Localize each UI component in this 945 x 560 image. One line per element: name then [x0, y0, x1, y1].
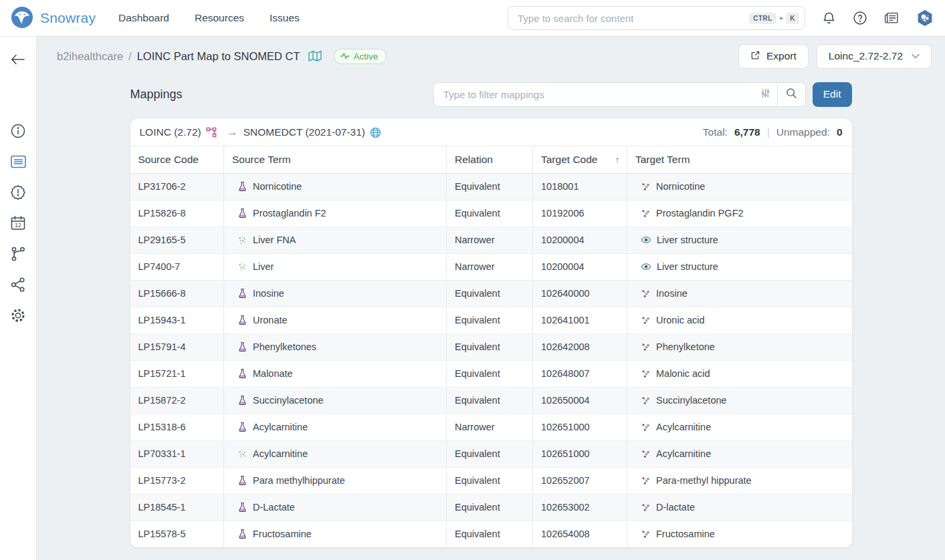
flask-icon: [237, 529, 247, 539]
nav-link-resources[interactable]: Resources: [195, 12, 244, 24]
info-icon: [10, 123, 26, 141]
notifications-bell-icon[interactable]: [822, 11, 836, 25]
table-row[interactable]: LP29165-5 Liver FNA Narrower 10200004 Li…: [130, 227, 852, 253]
molecule-icon: [641, 369, 651, 379]
total-value: 6,778: [734, 126, 760, 138]
col-target-term[interactable]: Target Term: [627, 146, 852, 173]
target-term-cell: Fructosamine: [627, 521, 852, 547]
chevron-down-icon: [912, 53, 920, 59]
target-term-cell: Succinylacetone: [627, 387, 852, 414]
export-button[interactable]: Export: [738, 44, 809, 69]
target-term-cell: Phenylketone: [627, 333, 852, 360]
breadcrumb-parent[interactable]: b2ihealthcare: [57, 50, 123, 63]
table-row[interactable]: LP31706-2 Nornicotine Equivalent 1018001…: [130, 173, 852, 200]
global-search-input[interactable]: [518, 13, 749, 24]
scatter-icon: [237, 449, 247, 459]
mappings-table: Source Code Source Term Relation Target …: [130, 146, 852, 547]
table-row[interactable]: LP7400-7 Liver Narrower 10200004 Liver s…: [130, 253, 852, 280]
relation-cell: Equivalent: [447, 307, 533, 333]
target-code-cell: 10200004: [533, 253, 627, 280]
table-row[interactable]: LP15578-5 Fructosamine Equivalent 102654…: [130, 521, 852, 547]
kbd-k: K: [786, 13, 799, 24]
table-row[interactable]: LP15943-1 Uronate Equivalent 102641001 U…: [130, 307, 852, 333]
map-icon[interactable]: [308, 50, 322, 62]
molecule-icon: [641, 422, 651, 432]
flask-icon: [237, 181, 247, 192]
hierarchy-icon: [206, 127, 217, 138]
target-term-cell: Malonic acid: [627, 360, 852, 387]
scatter-icon: [237, 262, 247, 272]
eye-icon: [641, 262, 651, 271]
source-code-cell: LP15578-5: [130, 521, 224, 547]
relation-cell: Equivalent: [447, 173, 533, 200]
primary-nav: Dashboard Resources Issues: [118, 12, 300, 24]
target-code-cell: 102651000: [533, 414, 627, 440]
col-source-code[interactable]: Source Code: [130, 146, 224, 173]
source-term-cell: Fructosamine: [224, 521, 447, 547]
nav-link-issues[interactable]: Issues: [270, 12, 300, 24]
issues-badge-icon: [10, 184, 26, 202]
col-source-term[interactable]: Source Term: [224, 146, 447, 173]
edit-button[interactable]: Edit: [813, 82, 852, 107]
source-code-cell: LP7400-7: [130, 253, 224, 280]
relation-cell: Narrower: [447, 227, 533, 253]
sidebar-item-share[interactable]: [9, 277, 27, 294]
filter-mappings-box[interactable]: [433, 82, 806, 107]
eye-icon: [641, 235, 651, 245]
help-icon[interactable]: [853, 11, 867, 25]
flask-icon: [237, 368, 247, 379]
table-row[interactable]: LP15666-8 Inosine Equivalent 102640000 I…: [130, 280, 852, 307]
flask-icon: [237, 208, 247, 219]
table-row[interactable]: LP15773-2 Para methylhippurate Equivalen…: [130, 467, 852, 494]
total-label: Total:: [703, 126, 728, 138]
relation-cell: Equivalent: [447, 280, 533, 307]
global-search[interactable]: CTRL + K: [508, 6, 805, 30]
table-row[interactable]: LP70331-1 Acylcarnitine Equivalent 10265…: [130, 440, 852, 467]
target-term-cell: Acylcarnitine: [627, 414, 852, 440]
col-relation[interactable]: Relation: [447, 146, 533, 173]
sidebar-item-issues[interactable]: [9, 184, 27, 202]
target-code-cell: 102642008: [533, 333, 627, 360]
target-code-cell: 1018001: [533, 173, 627, 200]
filter-mappings-input[interactable]: [443, 89, 760, 100]
back-arrow-icon[interactable]: [10, 53, 26, 68]
filter-options-sliders-icon[interactable]: [760, 88, 770, 100]
table-row[interactable]: LP15872-2 Succinylacetone Equivalent 102…: [130, 387, 852, 414]
version-selector[interactable]: Loinc_2.72-2.72: [817, 44, 932, 69]
user-avatar[interactable]: [916, 9, 934, 27]
source-term-cell: Inosine: [224, 280, 447, 307]
source-code-cell: LP15791-4: [130, 333, 224, 360]
source-term-cell: Acylcarnitine: [224, 440, 447, 467]
table-row[interactable]: LP15791-4 Phenylketones Equivalent 10264…: [130, 333, 852, 360]
sidebar-item-calendar[interactable]: 12: [9, 215, 27, 233]
source-term-cell: D-Lactate: [224, 494, 447, 521]
sidebar-item-mappings[interactable]: [9, 154, 27, 171]
molecule-icon: [641, 289, 651, 299]
table-row[interactable]: LP15318-6 Acylcarnitine Narrower 1026510…: [130, 414, 852, 440]
col-target-code[interactable]: Target Code↑: [533, 146, 627, 173]
scatter-icon: [237, 235, 247, 245]
source-term-cell: Liver FNA: [224, 227, 447, 253]
table-row[interactable]: LP15721-1 Malonate Equivalent 102648007 …: [130, 360, 852, 387]
sidebar-item-settings[interactable]: [9, 307, 27, 325]
table-row[interactable]: LP15826-8 Prostaglandin F2 Equivalent 10…: [130, 200, 852, 227]
nav-link-dashboard[interactable]: Dashboard: [118, 12, 169, 24]
source-codesystem-label[interactable]: LOINC (2.72): [140, 126, 201, 138]
sort-ascending-icon[interactable]: ↑: [615, 154, 619, 165]
source-code-cell: LP29165-5: [130, 227, 224, 253]
svg-text:12: 12: [15, 222, 21, 229]
status-badge: Active: [334, 49, 387, 64]
sidebar-item-versions[interactable]: [9, 246, 27, 263]
target-codesystem-label[interactable]: SNOMEDCT (2021-07-31): [243, 126, 365, 138]
filter-search-button[interactable]: [777, 83, 805, 106]
changelog-news-icon[interactable]: [884, 11, 899, 25]
brand-name[interactable]: Snowray: [40, 10, 96, 26]
left-sidebar: 12: [0, 37, 37, 560]
target-code-cell: 102651000: [533, 440, 627, 467]
source-code-cell: LP15872-2: [130, 387, 224, 414]
source-code-cell: LP15318-6: [130, 414, 224, 440]
app-logo[interactable]: Snowray: [11, 6, 96, 31]
table-row[interactable]: LP18545-1 D-Lactate Equivalent 102653002…: [130, 494, 852, 521]
sidebar-item-info[interactable]: [9, 123, 27, 140]
relation-cell: Equivalent: [447, 360, 533, 387]
